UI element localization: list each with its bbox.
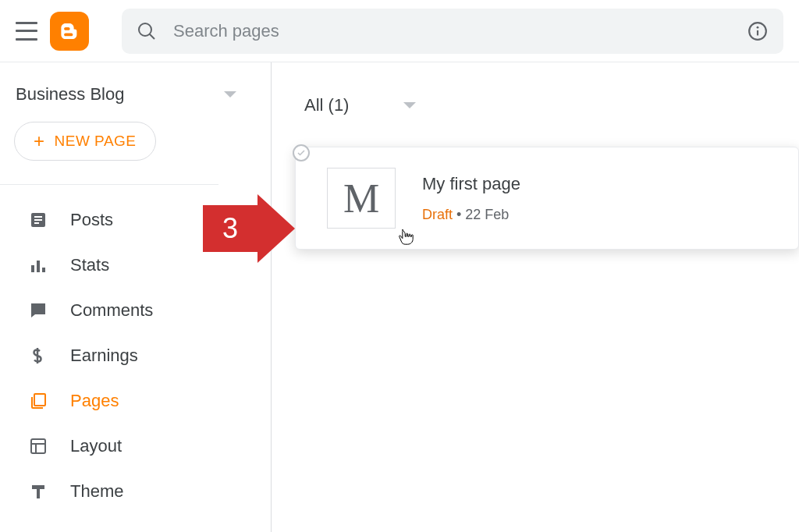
pointer-cursor-icon (398, 228, 414, 250)
posts-icon (28, 210, 48, 230)
pages-icon (28, 391, 48, 411)
page-title: My first page (422, 174, 520, 194)
sidebar-divider (0, 184, 218, 185)
sidebar-item-label: Stats (70, 255, 109, 275)
sidebar-item-label: Comments (70, 300, 153, 321)
select-check-icon[interactable] (293, 144, 310, 161)
sidebar-item-label: Layout (70, 436, 122, 456)
sidebar-item-label: Earnings (70, 346, 138, 366)
chevron-down-icon (224, 91, 236, 98)
sidebar-item-label: Pages (70, 391, 119, 411)
new-page-label: NEW PAGE (55, 133, 137, 150)
layout-icon (28, 436, 48, 456)
page-date: 22 Feb (465, 207, 509, 222)
main-content: All (1) M My first page Draft • 22 Feb (272, 62, 799, 532)
theme-icon (28, 481, 48, 502)
svg-rect-9 (42, 268, 45, 272)
annotation-step-number: 3 (203, 205, 257, 252)
sidebar-item-earnings[interactable]: Earnings (0, 333, 271, 378)
sidebar-item-theme[interactable]: Theme (0, 469, 271, 514)
svg-point-2 (757, 26, 759, 28)
comments-icon (28, 300, 48, 321)
svg-rect-8 (37, 261, 40, 272)
search-input[interactable] (173, 21, 730, 41)
stats-icon (28, 255, 48, 275)
sidebar-item-label: Posts (70, 210, 113, 230)
filter-dropdown[interactable]: All (1) (272, 62, 799, 147)
page-meta: Draft • 22 Feb (422, 207, 520, 223)
sidebar-item-layout[interactable]: Layout (0, 424, 271, 469)
chevron-down-icon (403, 102, 416, 108)
search-bar (122, 9, 783, 54)
sidebar-item-pages[interactable]: Pages (0, 378, 271, 424)
svg-rect-7 (31, 265, 34, 272)
plus-icon: + (34, 132, 45, 151)
info-icon[interactable] (748, 21, 768, 41)
arrow-right-icon (257, 194, 295, 263)
blog-title: Business Blog (16, 84, 124, 105)
earnings-icon (28, 346, 48, 366)
app-header (0, 0, 799, 62)
status-badge: Draft (422, 207, 453, 222)
blog-selector[interactable]: Business Blog (0, 62, 271, 122)
blogger-logo-icon[interactable] (50, 12, 89, 51)
meta-separator: • (453, 207, 465, 222)
svg-rect-11 (31, 439, 45, 453)
new-page-button[interactable]: + NEW PAGE (14, 122, 156, 161)
page-card-text: My first page Draft • 22 Feb (422, 174, 520, 223)
filter-label: All (1) (304, 95, 349, 115)
sidebar: Business Blog + NEW PAGE Posts Stats (0, 62, 272, 532)
annotation-arrow: 3 (203, 197, 304, 260)
thumbnail-letter: M (343, 176, 379, 222)
search-icon[interactable] (137, 22, 156, 41)
svg-rect-10 (34, 394, 45, 406)
sidebar-item-label: Theme (70, 481, 123, 502)
page-thumbnail: M (327, 168, 396, 229)
hamburger-menu-icon[interactable] (16, 22, 37, 41)
page-list-item[interactable]: M My first page Draft • 22 Feb (295, 147, 799, 250)
sidebar-item-comments[interactable]: Comments (0, 288, 271, 333)
